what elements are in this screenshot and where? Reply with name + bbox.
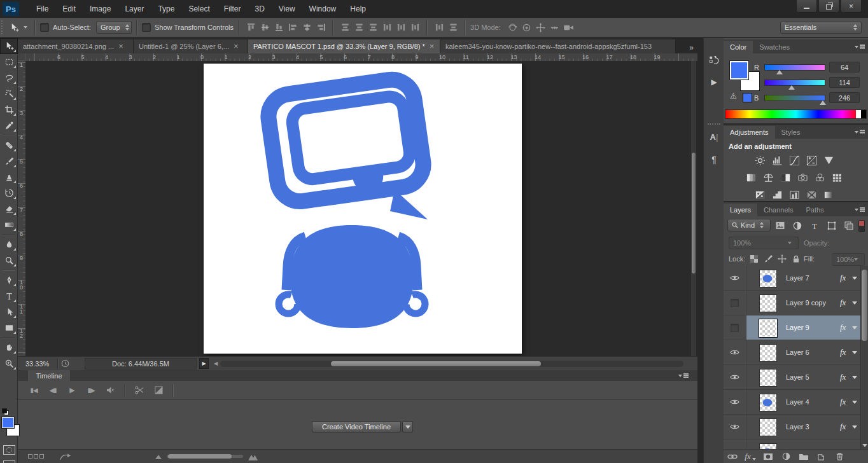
3d-roll-icon[interactable] bbox=[520, 20, 534, 34]
vertical-ruler[interactable]: 1234567891 01 11 2 bbox=[18, 61, 25, 356]
history-brush-tool[interactable] bbox=[0, 185, 18, 201]
distribute-right-edges-icon[interactable] bbox=[408, 20, 422, 34]
new-group-button[interactable] bbox=[795, 451, 813, 462]
layer-row[interactable]: Layer 7fx bbox=[724, 266, 860, 291]
horizontal-ruler[interactable]: 654321012345678910111213141516171819 bbox=[25, 53, 697, 61]
character-panel-icon[interactable]: A| bbox=[708, 131, 720, 142]
red-value-field[interactable]: 64 bbox=[829, 62, 860, 73]
filter-smart-objects-icon[interactable] bbox=[843, 220, 854, 231]
zoom-out-mountain-icon[interactable] bbox=[155, 453, 162, 459]
layer-thumbnail[interactable] bbox=[759, 418, 777, 436]
menu-filter[interactable]: Filter bbox=[217, 0, 248, 18]
document-tab[interactable]: Untitled-1 @ 25% (Layer 6,...× bbox=[134, 39, 248, 53]
layer-row[interactable]: Layer 5fx bbox=[724, 365, 860, 390]
layer-fx-label[interactable]: fx bbox=[840, 273, 846, 283]
slider-thumb[interactable] bbox=[168, 454, 232, 459]
timeline-zoom-slider[interactable] bbox=[167, 455, 243, 458]
distribute-horizontal-spacing-icon[interactable] bbox=[432, 20, 446, 34]
tab-color[interactable]: Color bbox=[724, 41, 753, 53]
blue-slider[interactable] bbox=[764, 95, 825, 101]
color-balance-adjustment-icon[interactable] bbox=[762, 172, 774, 183]
screen-mode-button[interactable] bbox=[3, 460, 15, 463]
play-button[interactable]: ▶ bbox=[62, 384, 81, 397]
vibrance-adjustment-icon[interactable] bbox=[823, 155, 834, 166]
green-slider-thumb[interactable] bbox=[788, 85, 795, 90]
filter-type-layers-icon[interactable]: T bbox=[809, 220, 820, 231]
visibility-eye-icon[interactable] bbox=[724, 365, 746, 389]
document-tab[interactable]: PARTICO MASCOT 1.psd @ 33.3% (Layer 9, R… bbox=[248, 39, 440, 53]
panel-menu-icon[interactable] bbox=[855, 129, 865, 135]
render-video-icon[interactable] bbox=[59, 453, 71, 460]
menu-3d[interactable]: 3D bbox=[248, 0, 271, 18]
menu-help[interactable]: Help bbox=[343, 0, 373, 18]
layer-row[interactable]: Layer 9fx bbox=[724, 315, 860, 340]
close-button[interactable]: × bbox=[841, 0, 862, 13]
channel-mixer-adjustment-icon[interactable] bbox=[814, 172, 825, 183]
go-to-previous-frame-button[interactable]: ◀▮ bbox=[43, 384, 62, 397]
panel-menu-icon[interactable] bbox=[855, 44, 865, 50]
lock-all-icon[interactable] bbox=[791, 254, 801, 264]
new-layer-button[interactable] bbox=[813, 451, 830, 462]
filter-kind-dropdown[interactable]: Kind bbox=[727, 219, 771, 232]
selective-color-adjustment-icon[interactable] bbox=[806, 189, 817, 200]
red-slider-thumb[interactable] bbox=[776, 70, 783, 74]
spot-healing-tool[interactable] bbox=[0, 137, 18, 153]
visibility-eye-icon[interactable] bbox=[724, 390, 746, 414]
filter-adjustment-layers-icon[interactable] bbox=[792, 220, 802, 231]
document-size-field[interactable]: Doc: 6.44M/36.5M bbox=[85, 358, 197, 370]
crop-tool[interactable] bbox=[0, 102, 18, 118]
layer-row[interactable]: Layer 4fx bbox=[724, 390, 860, 415]
layer-styles-expand-icon[interactable] bbox=[852, 277, 857, 280]
move-tool[interactable] bbox=[0, 38, 18, 54]
layer-styles-expand-icon[interactable] bbox=[852, 301, 857, 305]
photo-filter-adjustment-icon[interactable] bbox=[797, 172, 808, 183]
posterize-adjustment-icon[interactable] bbox=[771, 189, 783, 200]
layer-thumbnail[interactable] bbox=[759, 319, 777, 337]
canvas-horizontal-scrollbar[interactable] bbox=[220, 361, 683, 367]
menu-select[interactable]: Select bbox=[181, 0, 216, 18]
align-top-edges-icon[interactable] bbox=[244, 20, 258, 34]
align-bottom-edges-icon[interactable] bbox=[272, 20, 286, 34]
black-swatch[interactable] bbox=[861, 110, 866, 118]
scrollbar-thumb[interactable] bbox=[862, 270, 867, 341]
tab-adjustments[interactable]: Adjustments bbox=[724, 126, 775, 139]
gamut-warning-icon[interactable]: ⚠ bbox=[730, 92, 737, 100]
align-horizontal-centers-icon[interactable] bbox=[300, 20, 314, 34]
layer-thumbnail[interactable] bbox=[759, 294, 777, 312]
opacity-field[interactable]: 100% bbox=[729, 237, 799, 249]
go-to-first-frame-button[interactable]: ▮◀ bbox=[24, 384, 43, 397]
scrollbar-thumb[interactable] bbox=[331, 361, 541, 366]
canvas-vertical-scrollbar[interactable] bbox=[690, 61, 696, 356]
close-tab-icon[interactable]: × bbox=[430, 43, 435, 50]
add-layer-mask-button[interactable] bbox=[759, 451, 777, 462]
canvas[interactable] bbox=[25, 61, 690, 356]
align-vertical-centers-icon[interactable] bbox=[258, 20, 272, 34]
layer-fx-label[interactable]: fx bbox=[840, 372, 846, 382]
tab-channels[interactable]: Channels bbox=[757, 204, 799, 216]
black-white-adjustment-icon[interactable] bbox=[780, 172, 791, 183]
gradient-map-adjustment-icon[interactable] bbox=[823, 189, 834, 200]
panel-menu-icon[interactable] bbox=[855, 207, 865, 212]
invert-adjustment-icon[interactable] bbox=[754, 189, 766, 200]
tab-layers[interactable]: Layers bbox=[724, 204, 757, 216]
3d-scale-camera-icon[interactable] bbox=[562, 20, 576, 34]
layer-thumbnail[interactable] bbox=[759, 394, 777, 411]
go-to-next-frame-button[interactable]: ▮▶ bbox=[81, 384, 101, 397]
marquee-tool[interactable] bbox=[0, 54, 18, 70]
align-right-edges-icon[interactable] bbox=[314, 20, 328, 34]
gamut-color-swatch[interactable] bbox=[743, 93, 752, 102]
visibility-hidden-box[interactable] bbox=[724, 315, 746, 340]
menu-view[interactable]: View bbox=[272, 0, 302, 18]
3d-slide-icon[interactable] bbox=[548, 20, 562, 34]
brightness-contrast-adjustment-icon[interactable] bbox=[754, 155, 766, 166]
lock-image-pixels-icon[interactable] bbox=[763, 254, 773, 264]
foreground-color-swatch[interactable] bbox=[2, 417, 14, 428]
paragraph-panel-icon[interactable]: ¶ bbox=[708, 154, 720, 165]
clone-stamp-tool[interactable] bbox=[0, 169, 18, 185]
threshold-adjustment-icon[interactable] bbox=[788, 189, 800, 200]
layer-row[interactable]: Layer 3fx bbox=[724, 415, 860, 439]
show-transform-controls-checkbox[interactable] bbox=[142, 23, 151, 32]
fill-field[interactable]: 100% bbox=[832, 253, 865, 266]
default-colors-icon[interactable] bbox=[2, 408, 8, 415]
white-swatch[interactable] bbox=[856, 110, 861, 118]
